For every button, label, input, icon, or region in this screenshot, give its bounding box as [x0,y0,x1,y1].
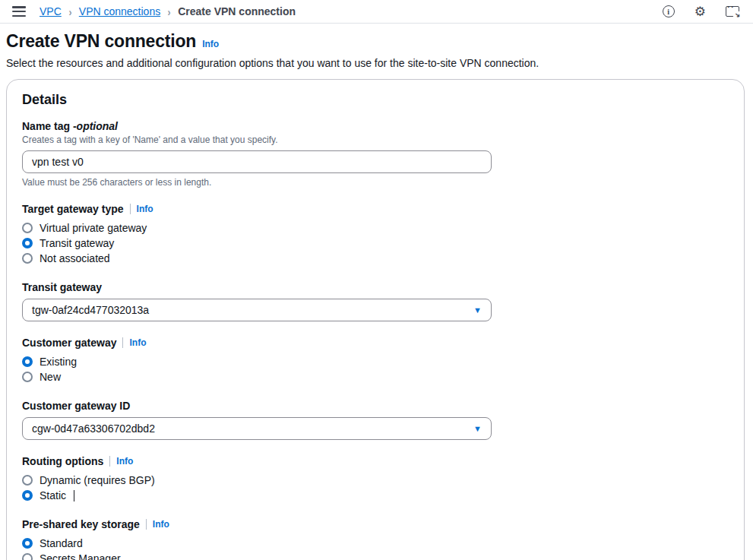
customer-gateway-id-selected-value: cgw-0d47a63306702dbd2 [32,422,155,435]
name-tag-field: Name tag - optional Creates a tag with a… [22,120,729,188]
page-title-info-link[interactable]: Info [202,39,219,49]
customer-gateway-field: Customer gateway Info Existing New [22,337,729,384]
page-description: Select the resources and additional conf… [6,57,741,69]
target-gateway-type-info-link[interactable]: Info [137,204,153,214]
routing-options-radio-group: Dynamic (requires BGP) Static [22,473,729,503]
breadcrumb-current: Create VPN connection [178,5,296,17]
menu-icon[interactable] [12,6,26,17]
routing-options-field: Routing options Info Dynamic (requires B… [22,455,729,503]
radio-secrets-manager[interactable]: Secrets Manager [22,551,729,560]
radio-label: New [40,371,61,383]
routing-options-label: Routing options [22,455,103,467]
pre-shared-key-storage-label: Pre-shared key storage [22,518,140,530]
customer-gateway-info-link[interactable]: Info [129,337,146,348]
transit-gateway-selected-value: tgw-0af24cd477032013a [32,304,149,316]
radio-existing[interactable]: Existing [22,354,729,369]
label-divider [130,204,131,214]
customer-gateway-id-label: Customer gateway ID [22,400,130,412]
details-card: Details Name tag - optional Creates a ta… [6,79,745,560]
name-tag-label-text: Name tag - [22,120,77,132]
name-tag-optional-text: optional [77,120,118,132]
chevron-down-icon: ▼ [473,424,482,433]
routing-options-info-link[interactable]: Info [116,456,133,467]
details-heading: Details [22,92,729,108]
pre-shared-key-storage-radio-group: Standard Secrets Manager [22,536,729,560]
chevron-right-icon: › [68,5,71,18]
breadcrumb: VPC › VPN connections › Create VPN conne… [40,5,296,18]
radio-label: Standard [40,537,83,549]
chevron-down-icon: ▼ [473,305,482,315]
label-divider [122,337,123,348]
radio-label: Not associated [40,252,110,264]
radio-icon-selected [22,238,33,248]
label-divider [109,456,110,467]
radio-standard[interactable]: Standard [22,536,729,551]
target-gateway-type-radio-group: Virtual private gateway Transit gateway … [22,220,729,266]
pre-shared-key-storage-info-link[interactable]: Info [153,519,169,530]
transit-gateway-field: Transit gateway tgw-0af24cd477032013a ▼ [22,281,729,321]
page-title: Create VPN connection [6,31,196,52]
radio-label: Virtual private gateway [40,222,147,234]
radio-label: Static [40,489,66,501]
gear-icon[interactable] [694,5,706,18]
radio-virtual-private-gateway[interactable]: Virtual private gateway [22,220,729,236]
radio-icon-selected [22,356,33,367]
radio-icon [22,253,33,264]
radio-icon-selected [22,538,33,549]
radio-icon-selected [22,490,33,501]
radio-dynamic-bgp[interactable]: Dynamic (requires BGP) [22,473,729,488]
radio-new[interactable]: New [22,369,729,384]
topbar-icons [663,5,739,18]
text-cursor [74,490,74,501]
label-divider [146,519,147,530]
radio-transit-gateway[interactable]: Transit gateway [22,236,729,251]
cloudshell-icon[interactable] [726,6,739,17]
breadcrumb-link-vpn-connections[interactable]: VPN connections [79,5,160,17]
radio-label: Existing [40,356,77,368]
page-header: Create VPN connection Info Select the re… [0,24,753,69]
pre-shared-key-storage-field: Pre-shared key storage Info Standard Sec… [22,518,729,560]
top-navigation-bar: VPC › VPN connections › Create VPN conne… [0,0,753,24]
customer-gateway-id-field: Customer gateway ID cgw-0d47a63306702dbd… [22,400,729,440]
radio-not-associated[interactable]: Not associated [22,251,729,266]
radio-label: Secrets Manager [40,552,121,560]
name-tag-label: Name tag - optional [22,120,729,132]
customer-gateway-label: Customer gateway [22,337,116,349]
radio-icon [22,553,33,560]
customer-gateway-radio-group: Existing New [22,354,729,384]
breadcrumb-link-vpc[interactable]: VPC [40,5,62,17]
name-tag-input[interactable] [22,150,492,173]
customer-gateway-id-select[interactable]: cgw-0d47a63306702dbd2 ▼ [22,417,492,440]
transit-gateway-select[interactable]: tgw-0af24cd477032013a ▼ [22,299,492,321]
name-tag-description: Creates a tag with a key of 'Name' and a… [22,134,729,145]
name-tag-constraint: Value must be 256 characters or less in … [22,177,729,188]
target-gateway-type-field: Target gateway type Info Virtual private… [22,203,729,266]
transit-gateway-label: Transit gateway [22,281,102,293]
chevron-right-icon: › [168,5,171,18]
radio-static[interactable]: Static [22,488,729,503]
radio-icon [22,475,33,486]
target-gateway-type-label: Target gateway type [22,203,124,215]
radio-label: Dynamic (requires BGP) [40,474,155,486]
radio-icon [22,372,33,382]
info-icon[interactable] [663,5,675,17]
radio-label: Transit gateway [40,237,114,249]
radio-icon [22,223,33,233]
